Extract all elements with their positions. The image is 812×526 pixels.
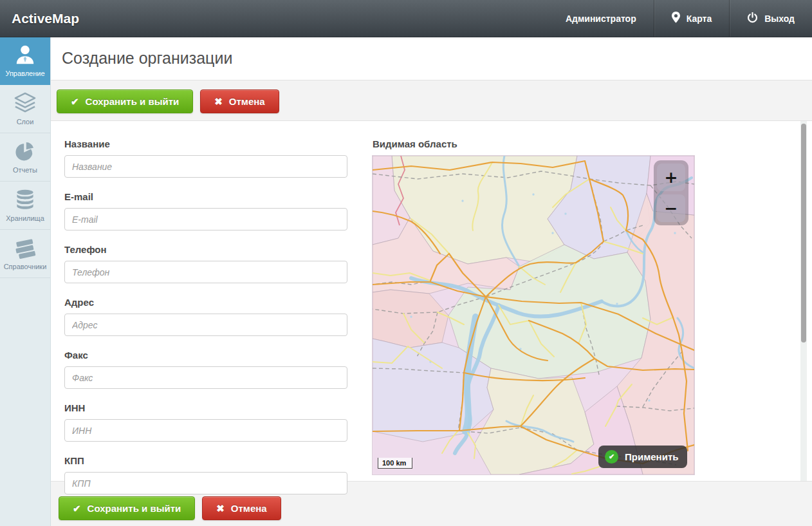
topbar-user[interactable]: Администратор [548, 0, 654, 37]
app-logo[interactable]: ActiveMap [0, 11, 79, 26]
map-scale-bar: 100 km [378, 458, 412, 469]
sidebar-item-management[interactable]: Управление [0, 37, 50, 85]
kpp-field-label: КПП [64, 455, 347, 467]
page-header: Создание организации [50, 37, 812, 80]
cancel-button-label: Отмена [229, 96, 265, 107]
visible-area-section: Видимая область + − 100 km ✔ Применить [373, 132, 694, 474]
address-field[interactable] [64, 314, 347, 336]
sidebar-item-label: Отчеты [13, 166, 37, 174]
map-canvas[interactable] [373, 156, 694, 474]
sidebar-item-storages[interactable]: Хранилища [0, 182, 50, 230]
sidebar-item-layers[interactable]: Слои [0, 85, 50, 133]
app-root: ActiveMap Администратор Карта Выход [0, 37, 812, 526]
topbar: ActiveMap Администратор Карта Выход [0, 0, 812, 37]
save-button-label: Сохранить и выйти [86, 96, 180, 107]
user-icon [13, 44, 37, 66]
email-field-label: E-mail [64, 191, 347, 203]
fax-field-label: Факс [64, 350, 347, 361]
topbar-map-link[interactable]: Карта [654, 0, 730, 37]
pie-chart-icon [14, 140, 37, 162]
check-circle-icon: ✔ [605, 450, 618, 464]
save-and-exit-button[interactable]: ✔ Сохранить и выйти [57, 89, 193, 113]
map-widget: + − 100 km ✔ Применить [373, 156, 694, 474]
organization-form: Название E-mail Телефон Адрес Факс [64, 132, 347, 508]
sidebar-item-label: Справочники [4, 263, 47, 270]
phone-field-label: Телефон [64, 244, 347, 256]
close-icon: ✖ [214, 96, 223, 108]
apply-button[interactable]: ✔ Применить [598, 446, 687, 468]
sidebar-item-label: Управление [5, 70, 44, 77]
inn-field[interactable] [64, 419, 347, 442]
books-icon [13, 237, 37, 259]
content-panel: Название E-mail Телефон Адрес Факс [50, 121, 812, 481]
vertical-scrollbar[interactable] [800, 121, 807, 481]
name-field-label: Название [64, 138, 347, 150]
topbar-menu: Администратор Карта Выход [548, 0, 812, 37]
topbar-user-label: Администратор [566, 14, 636, 24]
check-icon: ✔ [71, 96, 79, 108]
layers-icon [13, 92, 37, 114]
map-pin-icon [672, 12, 680, 25]
name-field[interactable] [64, 155, 347, 178]
email-field[interactable] [64, 208, 347, 230]
zoom-in-button[interactable]: + [657, 164, 685, 191]
sidebar-item-label: Хранилища [6, 214, 44, 222]
apply-button-label: Применить [625, 451, 678, 462]
sidebar-item-directories[interactable]: Справочники [0, 230, 50, 278]
main-area: Создание организации ✔ Сохранить и выйти… [50, 37, 812, 526]
sidebar: Управление Слои Отчеты [0, 37, 51, 526]
fax-field[interactable] [64, 366, 347, 389]
phone-field[interactable] [64, 261, 347, 283]
page-title: Создание организации [62, 49, 232, 68]
zoom-out-button[interactable]: − [657, 194, 685, 222]
kpp-field[interactable] [64, 472, 347, 494]
topbar-logout-label: Выход [764, 14, 795, 24]
visible-area-label: Видимая область [373, 138, 694, 149]
address-field-label: Адрес [64, 297, 347, 308]
map-zoom-control: + − [654, 160, 688, 225]
cancel-button[interactable]: ✖ Отмена [200, 89, 279, 113]
top-action-bar: ✔ Сохранить и выйти ✖ Отмена [50, 80, 812, 121]
topbar-logout[interactable]: Выход [729, 0, 812, 37]
sidebar-item-label: Слои [17, 118, 34, 126]
sidebar-item-reports[interactable]: Отчеты [0, 133, 50, 182]
scrollbar-thumb[interactable] [801, 124, 806, 343]
database-icon [14, 189, 37, 211]
topbar-map-label: Карта [687, 14, 712, 24]
inn-field-label: ИНН [64, 402, 347, 414]
power-icon [747, 12, 758, 25]
